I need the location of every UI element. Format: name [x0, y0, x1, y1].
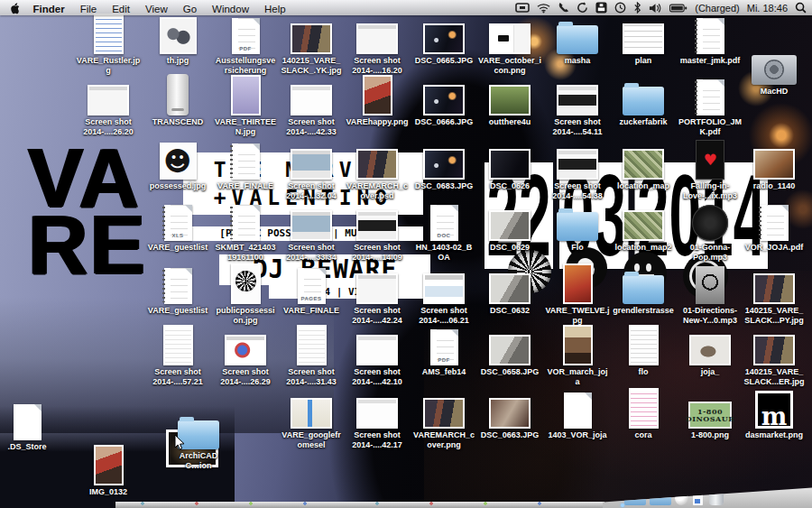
desktop-icon-140215-vare-slack-py[interactable]: 140215_VARE_ SLACK...PY.jpg	[736, 259, 812, 325]
time-machine-icon[interactable]	[614, 2, 626, 14]
desktop-icon-screenshot-32-04[interactable]: Screen shot 2014-....32.04	[273, 134, 349, 200]
desktop-icon-flo-paper[interactable]: flo	[605, 320, 681, 377]
desktop-icon-vare-rustler-jpg[interactable]: VARE_Rustler.jp g	[70, 9, 146, 75]
desktop-icon-dsc-0658[interactable]: DSC_0658.JPG	[472, 320, 548, 377]
desktop-icon-varemarch-cover-psd[interactable]: VAREMARCH_c over.psd	[339, 134, 415, 200]
desktop-icon-outthere4u[interactable]: outthere4u	[472, 70, 548, 127]
desktop-icon-portfolio-jmk[interactable]: PORTFOLIO_JM K.pdf	[672, 70, 748, 136]
desktop-icon-dsc-0629[interactable]: DSC_0629	[472, 196, 548, 253]
menu-edit[interactable]: Edit	[112, 4, 130, 14]
spotlight-icon[interactable]	[795, 2, 807, 14]
apple-menu[interactable]	[9, 2, 20, 14]
dasmarket-png-icon: m	[736, 383, 812, 429]
desktop-icon-screenshot-26-20[interactable]: Screen shot 2014-....26.20	[70, 70, 146, 136]
desktop-icon-zuckerfabrik[interactable]: zuckerfabrik	[605, 70, 681, 127]
desktop-icon-label: .DS_Store	[0, 442, 65, 452]
desktop-icon-screenshot-16-20[interactable]: Screen shot 2014-....16.20	[339, 9, 415, 75]
input-flag-icon[interactable]	[595, 2, 607, 14]
menu-window[interactable]: Window	[212, 4, 249, 14]
bluetooth-icon[interactable]	[633, 2, 641, 14]
desktop-icon-plan[interactable]: plan	[605, 9, 681, 66]
desktop-icon-flo-folder[interactable]: Flo	[540, 196, 615, 253]
desktop-icon-screenshot-33-34[interactable]: Screen shot 2014-....33.34	[273, 196, 349, 262]
desktop-icon-location-map[interactable]: location_map	[605, 134, 681, 191]
desktop-icon-transcend[interactable]: TRANSCEND	[140, 70, 216, 127]
desktop-icon-dsc-0626[interactable]: DSC_0626	[472, 134, 548, 191]
menu-help[interactable]: Help	[264, 4, 286, 14]
desktop-icon-screenshot-42-33[interactable]: Screen shot 2014-....42.33	[273, 70, 349, 136]
desktop-icon-skmbt-421403[interactable]: SKMBT_421403 19161100	[208, 196, 283, 262]
desktop-icon-vare-twelve[interactable]: VARE_TWELVE.j pg	[540, 259, 615, 325]
desktop-icon-dasmarket-png[interactable]: mdasmarket.png	[736, 383, 812, 440]
desktop-icon-dsc-0632[interactable]: DSC_0632	[472, 259, 548, 316]
desktop-icon-screenshot-42-24[interactable]: Screen shot 2014-....42.24	[339, 259, 415, 325]
desktop-icon-varemarch-cover-png[interactable]: VAREMARCH_c over.png	[406, 383, 482, 449]
desktop-icon-ams-feb14[interactable]: PDFAMS_feb14	[406, 320, 482, 377]
desktop-icon-cora[interactable]: cora	[605, 383, 681, 440]
desktop-icon-dsc-0665[interactable]: DSC_0665.JPG	[406, 9, 482, 66]
desktop-icon-screenshot-14-09[interactable]: Screen shot 2014-....14.09	[339, 196, 415, 262]
menu-view[interactable]: View	[145, 4, 168, 14]
desktop-icon-vor-joja-pdf[interactable]: VOR_JOJA.pdf	[736, 196, 812, 253]
desktop-icon-label: radio_1140	[736, 181, 812, 191]
menu-clock[interactable]: Mi. 18:46	[747, 3, 788, 14]
desktop-icon-screenshot-42-17[interactable]: Screen shot 2014-....42.17	[339, 383, 415, 449]
desktop-icon-varehappy[interactable]: VAREhappy.png	[339, 70, 415, 127]
desktop-icon-radio-1140[interactable]: radio_1140	[736, 134, 812, 191]
desktop-icon-publicpossession[interactable]: publicpossessi on.jpg	[208, 259, 283, 325]
desktop-icon-140215-vare-slack-er[interactable]: 140215_VARE_ SLACK...ER.jpg	[736, 320, 812, 386]
desktop-icon-vare-october-icon[interactable]: VARE_october_i con.png	[472, 9, 548, 75]
desktop-icon-th-jpg[interactable]: th.jpg	[140, 9, 216, 66]
menu-file[interactable]: File	[80, 4, 97, 14]
screenshot-54-11-icon	[540, 70, 615, 115]
desktop-icon-dsc-0683[interactable]: DSC_0683.JPG	[406, 134, 482, 191]
dock-edge-strip[interactable]	[115, 502, 604, 508]
desktop-icon-label: VARE_guestlist	[140, 306, 216, 316]
desktop-icon-vor-march-joja[interactable]: VOR_march_joj a	[540, 320, 615, 386]
menu-go[interactable]: Go	[183, 4, 197, 14]
transcend-icon	[140, 70, 216, 115]
battery-icon[interactable]	[669, 4, 687, 13]
desktop-icon-140215-vare-slack-yk[interactable]: 140215_VARE_ SLACK_.YK.jpg	[273, 9, 349, 75]
wifi-icon[interactable]	[537, 3, 550, 14]
desktop-icon-screenshot-31-43[interactable]: Screen shot 2014-....31.43	[273, 320, 349, 386]
desktop-icon-dsc-0663[interactable]: DSC_0663.JPG	[472, 383, 548, 440]
desktop-icon-archicad[interactable]: ArchiCAD C…ion	[161, 404, 236, 470]
sync-icon[interactable]	[577, 2, 588, 14]
desktop-icon-label: Screen shot 2014-....42.17	[339, 430, 415, 449]
desktop-icon-vare-googlefromesel[interactable]: VARE_googlefr omesel	[273, 383, 349, 449]
desktop-icon-label: Screen shot 2014-....42.33	[273, 117, 349, 136]
dsc-0683-icon	[406, 134, 482, 180]
desktop-icon-vare-finale-1[interactable]: VARE_FINALE	[208, 134, 283, 191]
volume-icon[interactable]	[649, 3, 662, 14]
desktop-icon-img-0132[interactable]: IMG_0132	[70, 440, 146, 497]
desktop-icon-vare-guestlist-1[interactable]: XLSVARE_guestlist	[140, 196, 216, 253]
display-icon[interactable]	[515, 3, 530, 14]
desktop-icon-grendlerstrasse[interactable]: grendlerstrasse	[605, 259, 681, 316]
desktop-icon-masha[interactable]: masha	[540, 9, 615, 66]
flo-paper-icon	[605, 320, 681, 365]
desktop-icon-location-map2[interactable]: location_map2	[605, 196, 681, 253]
desktop-icon-vare-guestlist-2[interactable]: VARE_guestlist	[140, 259, 216, 316]
hn-1403-02-boa-badge: DOC	[430, 233, 458, 239]
desktop-icon-screenshot-54-38[interactable]: Screen shot 2014-....54.38	[540, 134, 615, 200]
menu-finder[interactable]: Finder	[33, 4, 65, 14]
desktop-icon-screenshot-57-21[interactable]: Screen shot 2014-....57.21	[140, 320, 216, 386]
desktop-icon-ausstellungsversicherung[interactable]: PDFAusstellungsve rsicherung	[208, 9, 283, 75]
desktop-icon-screenshot-26-29[interactable]: Screen shot 2014-....26.29	[208, 320, 283, 386]
desktop-icon-screenshot-06-21[interactable]: Screen shot 2014-....06.21	[406, 259, 482, 325]
screenshot-06-21-icon	[406, 259, 482, 304]
ausstellungsversicherung-icon: PDF	[208, 9, 283, 54]
desktop-icon-possessed[interactable]: ☻possessed.jpg	[140, 134, 216, 191]
desktop-icon-hn-1403-02-boa[interactable]: DOCHN_1403-02_B OA	[406, 196, 482, 262]
desktop-icon-ds-store[interactable]: .DS_Store	[0, 395, 65, 452]
desktop-icon-label: Screen shot 2014-....26.20	[70, 117, 146, 136]
dock-indicator-dot	[621, 503, 624, 507]
desktop-icon-dsc-0666[interactable]: DSC_0666.JPG	[406, 70, 482, 127]
desktop-icon-screenshot-54-11[interactable]: Screen shot 2014-....54.11	[540, 70, 615, 136]
desktop-icon-1403-vor-joja[interactable]: 1403_VOR_joja	[540, 383, 615, 440]
desktop-icon-vare-finale-2[interactable]: PAGESVARE_FINALE	[273, 259, 349, 316]
desktop-icon-screenshot-42-10[interactable]: Screen shot 2014-....42.10	[339, 320, 415, 386]
handset-icon[interactable]	[558, 2, 569, 14]
desktop-icon-vare-thirteen[interactable]: VARE_THIRTEE N.jpg	[208, 70, 283, 136]
